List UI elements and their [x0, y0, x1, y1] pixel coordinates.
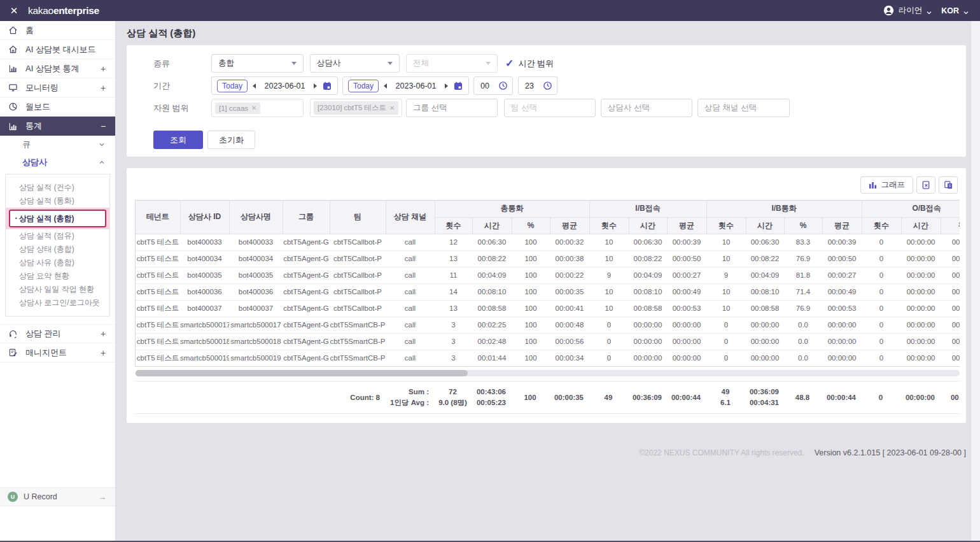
table-cell: cbtT5Agent-G: [283, 283, 330, 300]
tenant-chip-input[interactable]: [1] ccaas✕: [211, 99, 304, 117]
submenu-item[interactable]: 상담 실적 (통화): [6, 194, 109, 208]
table-cell: 00:08:22: [629, 250, 667, 267]
channel-select-input[interactable]: 상담 채널 선택: [697, 99, 790, 117]
scrollbar-thumb[interactable]: [136, 370, 468, 376]
table-cell: 00:00:00: [941, 250, 960, 267]
graph-button[interactable]: 그래프: [860, 176, 914, 194]
table-cell: cbtT5Callbot-P: [330, 250, 386, 267]
table-cell: 00:08:22: [472, 250, 512, 267]
table-cell: 00:00:27: [822, 267, 862, 283]
end-hour-input[interactable]: 23: [518, 76, 557, 95]
end-date-value[interactable]: 2023-06-01: [389, 82, 442, 90]
calendar-icon[interactable]: [453, 81, 463, 91]
submenu-item[interactable]: 상담 실적 (점유): [6, 229, 109, 243]
next-day-icon[interactable]: [445, 83, 448, 89]
submenu-item[interactable]: ▪상담 실적 (총합): [6, 208, 109, 229]
summary-cell: 48.8: [783, 382, 822, 413]
user-avatar-icon[interactable]: [883, 5, 894, 16]
clock-icon[interactable]: [543, 81, 552, 90]
submenu-item[interactable]: 상담 요약 현황: [6, 269, 109, 283]
time-range-checkbox[interactable]: ✓ 시간 범위: [505, 58, 554, 69]
close-icon[interactable]: ✕: [0, 5, 28, 17]
submenu-item[interactable]: 상담 상태 (총합): [6, 243, 109, 256]
table-cell: 71.4: [784, 283, 822, 300]
table-cell: 00:00:00: [629, 333, 667, 350]
sidebar-item-management[interactable]: 매니지먼트 +: [0, 343, 115, 362]
arrow-right-icon: →: [98, 492, 106, 502]
table-cell: 0: [706, 317, 746, 333]
today-button[interactable]: Today: [217, 80, 248, 92]
excel-export-button[interactable]: [916, 176, 935, 194]
submenu-item[interactable]: 상담사 로그인/로그아웃: [6, 296, 109, 310]
table-cell: 10: [706, 300, 746, 317]
today-button[interactable]: Today: [348, 80, 379, 92]
user-chevron-down-icon[interactable]: [927, 8, 932, 13]
clock-icon[interactable]: [498, 81, 508, 90]
expand-plus-icon[interactable]: +: [99, 64, 108, 74]
tenant-chip-input-2[interactable]: [23010] cbtT5 테스트✕: [310, 99, 402, 117]
remove-chip-icon[interactable]: ✕: [389, 104, 395, 111]
results-panel: 그래프 테넌트상담사 ID상담사명그룹팀상담 채널총통화I/B접속I/B통화O/…: [127, 168, 966, 423]
summary-cell: [228, 382, 282, 413]
table-cell: call: [386, 300, 435, 317]
start-hour-input[interactable]: 00: [473, 76, 513, 95]
submenu-item[interactable]: 상담 실적 (건수): [6, 181, 109, 194]
sidebar-item-ai-bot-stats[interactable]: AI 상담봇 통계 +: [0, 59, 115, 78]
submenu-item[interactable]: 상담 사유 (총합): [6, 256, 109, 269]
table-row: cbtT5 테스트bot400033bot400033cbtT5Agent-Gc…: [136, 234, 960, 250]
table-cell: smartcb500018: [229, 333, 283, 350]
table-cell: cbtT5 테스트: [136, 234, 180, 250]
sidebar-item-consult-manage[interactable]: 상담 관리 +: [0, 324, 115, 343]
table-cell: 10: [589, 300, 629, 317]
search-button[interactable]: 조회: [153, 131, 203, 149]
group-select-input[interactable]: 그룹 선택: [406, 99, 498, 117]
table-cell: call: [386, 317, 435, 333]
prev-day-icon[interactable]: [384, 83, 387, 89]
target-select[interactable]: 상담사: [310, 54, 400, 73]
sidebar-item-home[interactable]: 홈: [0, 21, 115, 40]
copy-icon: [944, 180, 953, 190]
column-header: 상담 채널: [386, 201, 435, 234]
sidebar-item-wallboard[interactable]: 월보드: [0, 97, 115, 117]
results-table-viewport: 테넌트상담사 ID상담사명그룹팀상담 채널총통화I/B접속I/B통화O/B접속횟…: [135, 200, 960, 367]
next-day-icon[interactable]: [314, 83, 317, 89]
user-name[interactable]: 라이언: [899, 5, 923, 16]
language-chevron-down-icon[interactable]: [963, 8, 969, 13]
column-header: 팀: [330, 201, 386, 234]
table-cell: 00:00:35: [550, 283, 589, 300]
reset-button[interactable]: 초기화: [207, 131, 255, 149]
table-cell: 0.0: [784, 317, 822, 333]
sidebar-item-u-record[interactable]: U U Record →: [0, 487, 115, 506]
team-select-input[interactable]: 팀 선택: [504, 99, 596, 117]
calendar-icon[interactable]: [322, 81, 332, 91]
sidebar-item-ai-bot-dashboard[interactable]: AI 상담봇 대시보드: [0, 40, 115, 59]
table-cell: 100: [512, 283, 550, 300]
submenu-queue[interactable]: 큐: [0, 136, 115, 153]
expand-plus-icon[interactable]: +: [99, 348, 108, 358]
summary-cell: [282, 382, 329, 413]
remove-chip-icon[interactable]: ✕: [251, 104, 256, 111]
table-cell: 83.3: [784, 234, 822, 250]
horizontal-scrollbar[interactable]: [135, 370, 960, 376]
sidebar-item-stats[interactable]: 통계 −: [0, 117, 115, 136]
collapse-minus-icon[interactable]: −: [99, 121, 108, 131]
expand-plus-icon[interactable]: +: [99, 329, 108, 339]
column-group-header: O/B접속: [862, 201, 960, 217]
column-header: 그룹: [283, 201, 330, 234]
prev-day-icon[interactable]: [253, 83, 256, 89]
submenu-agent[interactable]: 상담사: [0, 153, 115, 171]
type-select[interactable]: 총합: [211, 54, 304, 73]
start-date-value[interactable]: 2023-06-01: [258, 82, 311, 90]
agent-select-input[interactable]: 상담사 선택: [601, 99, 692, 117]
vertical-scrollbar[interactable]: [970, 21, 980, 541]
submenu-item[interactable]: 상담사 일일 작업 현황: [6, 283, 109, 296]
table-cell: 00:00:32: [550, 234, 589, 250]
bar-chart-icon: [0, 64, 25, 73]
expand-plus-icon[interactable]: +: [99, 83, 108, 93]
sidebar-item-monitoring[interactable]: 모니터링 +: [0, 78, 115, 97]
scope-select[interactable]: 전체: [406, 54, 498, 73]
table-cell: cbtT5Agent-G: [283, 250, 330, 267]
summary-table: Count: 8Sum :1인당 Avg :729.0 (8명)00:43:06…: [135, 382, 960, 413]
language-selector[interactable]: KOR: [941, 6, 959, 15]
copy-button[interactable]: [939, 176, 958, 194]
